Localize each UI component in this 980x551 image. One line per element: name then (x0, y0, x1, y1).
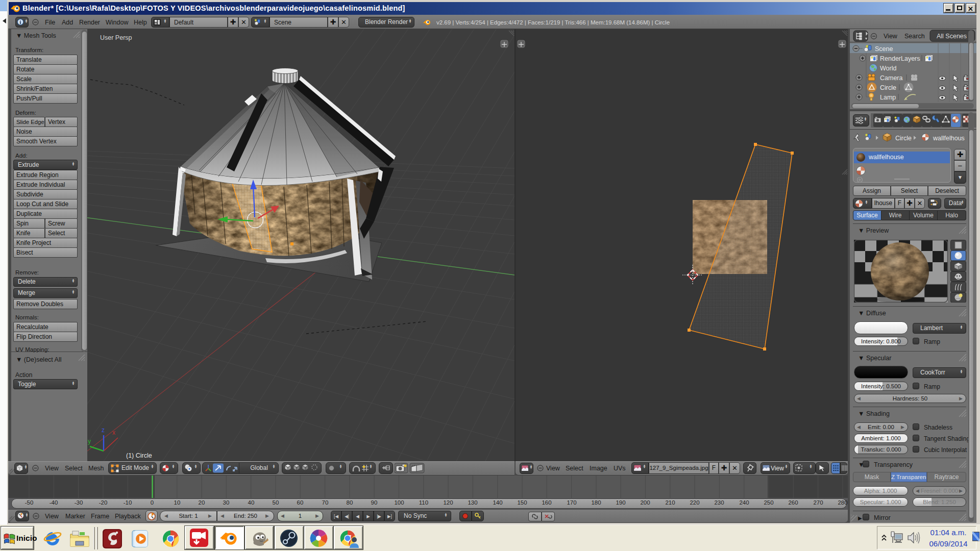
svg-text:y: y (88, 438, 91, 445)
svg-text:All Scenes: All Scenes (937, 33, 967, 40)
svg-text:Scene: Scene (875, 45, 893, 53)
svg-text:View: View (884, 33, 898, 40)
svg-text:(1) Circle: (1) Circle (126, 452, 152, 459)
svg-text:i: i (20, 19, 21, 25)
svg-text:User Persp: User Persp (100, 34, 132, 41)
svg-text:Search: Search (904, 33, 925, 40)
svg-text:Lamp: Lamp (880, 94, 896, 101)
svg-text:Circle: Circle (895, 135, 912, 142)
svg-text:wallfelhous: wallfelhous (933, 135, 965, 142)
svg-text:z: z (102, 427, 105, 434)
svg-text:x: x (112, 429, 115, 436)
svg-text:RenderLayers: RenderLayers (880, 55, 920, 62)
svg-text:Camera: Camera (880, 74, 903, 82)
svg-text:World: World (880, 65, 896, 72)
svg-text:Circle: Circle (880, 84, 896, 91)
